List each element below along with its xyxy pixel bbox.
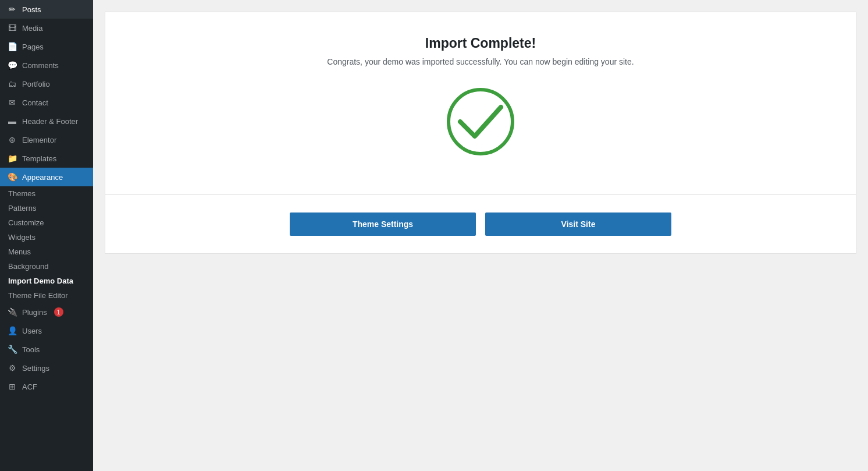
main-content: Import Complete! Congrats, your demo was… bbox=[93, 0, 868, 471]
sidebar-label: Media bbox=[22, 24, 42, 33]
media-icon: 🎞 bbox=[7, 23, 17, 33]
sidebar-sub-menus[interactable]: Menus bbox=[0, 245, 93, 259]
checkmark-icon bbox=[443, 84, 518, 160]
sidebar-label: Settings bbox=[22, 364, 49, 373]
buttons-section: Theme Settings Visit Site bbox=[105, 195, 856, 253]
users-icon: 👤 bbox=[7, 326, 17, 335]
success-subtitle: Congrats, your demo was imported success… bbox=[117, 57, 844, 66]
sidebar-item-tools[interactable]: 🔧 Tools bbox=[0, 340, 93, 359]
plugins-icon: 🔌 bbox=[7, 307, 17, 317]
posts-icon: ✏ bbox=[7, 5, 17, 14]
sidebar-item-header-footer[interactable]: ▬ Header & Footer bbox=[0, 112, 93, 130]
sidebar-item-users[interactable]: 👤 Users bbox=[0, 321, 93, 340]
pages-icon: 📄 bbox=[7, 42, 17, 51]
sidebar-item-appearance[interactable]: 🎨 Appearance bbox=[0, 168, 93, 186]
sidebar-label: Users bbox=[22, 327, 42, 335]
sidebar-label: Comments bbox=[22, 61, 59, 70]
sidebar-item-acf[interactable]: ⊞ ACF bbox=[0, 377, 93, 396]
success-title: Import Complete! bbox=[117, 36, 844, 51]
sidebar-item-media[interactable]: 🎞 Media bbox=[0, 19, 93, 37]
sidebar-item-contact[interactable]: ✉ Contact bbox=[0, 93, 93, 112]
sidebar-item-plugins[interactable]: 🔌 Plugins 1 bbox=[0, 303, 93, 321]
sidebar-label: Contact bbox=[22, 98, 48, 107]
visit-site-button[interactable]: Visit Site bbox=[485, 213, 671, 236]
sidebar-label: Plugins bbox=[22, 308, 47, 317]
checkmark-container bbox=[443, 84, 518, 160]
import-complete-card: Import Complete! Congrats, your demo was… bbox=[105, 12, 856, 254]
sidebar-sub-background[interactable]: Background bbox=[0, 259, 93, 274]
sidebar-label: ACF bbox=[22, 383, 37, 391]
sidebar-item-posts[interactable]: ✏ Posts bbox=[0, 0, 93, 19]
comments-icon: 💬 bbox=[7, 61, 17, 70]
theme-settings-button[interactable]: Theme Settings bbox=[290, 213, 476, 236]
header-footer-icon: ▬ bbox=[7, 116, 17, 126]
success-section: Import Complete! Congrats, your demo was… bbox=[105, 12, 856, 195]
sidebar-item-settings[interactable]: ⚙ Settings bbox=[0, 359, 93, 377]
sidebar-sub-theme-file-editor[interactable]: Theme File Editor bbox=[0, 288, 93, 303]
appearance-icon: 🎨 bbox=[7, 172, 17, 182]
sidebar: ✏ Posts 🎞 Media 📄 Pages 💬 Comments 🗂 Por… bbox=[0, 0, 93, 471]
sidebar-label: Templates bbox=[22, 154, 56, 163]
sidebar-sub-customize[interactable]: Customize bbox=[0, 215, 93, 230]
plugins-badge: 1 bbox=[54, 307, 63, 317]
sidebar-label: Posts bbox=[22, 5, 41, 14]
templates-icon: 📁 bbox=[7, 154, 17, 163]
settings-icon: ⚙ bbox=[7, 363, 17, 373]
sidebar-label: Header & Footer bbox=[22, 117, 78, 126]
sidebar-sub-themes[interactable]: Themes bbox=[0, 186, 93, 201]
sidebar-sub-import-demo-data[interactable]: Import Demo Data bbox=[0, 274, 93, 288]
sidebar-sub-patterns[interactable]: Patterns bbox=[0, 201, 93, 215]
sidebar-label: Portfolio bbox=[22, 80, 50, 88]
sidebar-item-pages[interactable]: 📄 Pages bbox=[0, 37, 93, 56]
sidebar-label: Appearance bbox=[22, 173, 63, 182]
elementor-icon: ⊕ bbox=[7, 135, 17, 144]
sidebar-sub-widgets[interactable]: Widgets bbox=[0, 230, 93, 245]
sidebar-item-comments[interactable]: 💬 Comments bbox=[0, 56, 93, 75]
tools-icon: 🔧 bbox=[7, 345, 17, 354]
sidebar-item-elementor[interactable]: ⊕ Elementor bbox=[0, 130, 93, 149]
sidebar-item-portfolio[interactable]: 🗂 Portfolio bbox=[0, 75, 93, 93]
sidebar-label: Pages bbox=[22, 43, 44, 51]
sidebar-item-templates[interactable]: 📁 Templates bbox=[0, 149, 93, 168]
sidebar-label: Elementor bbox=[22, 136, 56, 144]
contact-icon: ✉ bbox=[7, 98, 17, 107]
sidebar-label: Tools bbox=[22, 345, 40, 354]
acf-icon: ⊞ bbox=[7, 382, 17, 391]
portfolio-icon: 🗂 bbox=[7, 79, 17, 88]
